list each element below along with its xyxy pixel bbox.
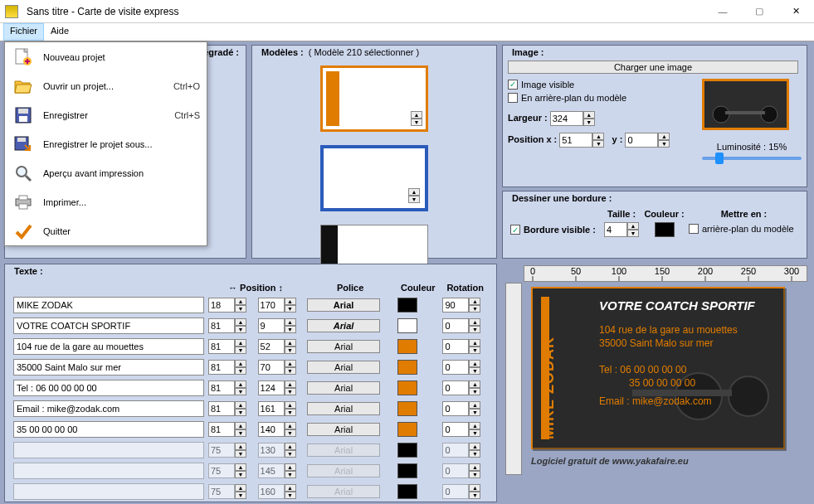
text-color-swatch[interactable] [397, 339, 417, 354]
text-color-swatch[interactable] [397, 463, 417, 478]
font-button[interactable]: Arial [307, 485, 380, 498]
text-line-input[interactable] [13, 380, 204, 396]
text-color-swatch[interactable] [397, 443, 417, 458]
window-title: Sans titre - Carte de visite express [23, 6, 704, 17]
text-y-spinner[interactable]: ▲▼ [258, 380, 296, 395]
menu-item-label: Enregistrer [43, 110, 174, 120]
template-stepper[interactable]: ▲▼ [411, 111, 422, 126]
svg-line-8 [26, 176, 31, 181]
text-line-input[interactable] [13, 317, 204, 334]
text-rotation-spinner[interactable]: ▲▼ [442, 422, 480, 437]
text-color-swatch[interactable] [397, 380, 417, 395]
text-line-input[interactable] [13, 442, 204, 458]
text-rotation-spinner[interactable]: ▲▼ [442, 484, 480, 499]
text-line-input[interactable] [13, 421, 204, 438]
text-color-swatch[interactable] [397, 298, 417, 313]
text-x-spinner[interactable]: ▲▼ [208, 339, 246, 354]
text-y-spinner[interactable]: ▲▼ [258, 484, 296, 499]
text-rotation-spinner[interactable]: ▲▼ [442, 318, 480, 333]
font-button[interactable]: Arial [307, 340, 380, 353]
image-width-spinner[interactable]: ▲▼ [550, 111, 595, 126]
image-background-checkbox[interactable]: En arrière-plan du modèle [508, 93, 626, 103]
text-rotation-spinner[interactable]: ▲▼ [442, 463, 480, 478]
text-y-spinner[interactable]: ▲▼ [258, 463, 296, 478]
templates-panel: Modèles : ( Modèle 210 sélectionner ) ▲▼… [251, 45, 497, 259]
svg-text:0: 0 [530, 266, 535, 276]
menu-file[interactable]: Fichier [3, 23, 44, 41]
text-y-spinner[interactable]: ▲▼ [258, 298, 296, 313]
template-thumbnail[interactable]: ▲▼ [320, 65, 428, 132]
text-color-swatch[interactable] [397, 318, 417, 333]
image-posy-spinner[interactable]: ▲▼ [625, 133, 670, 148]
load-image-button[interactable]: Charger une image [508, 61, 798, 74]
text-line-input[interactable] [13, 483, 204, 500]
text-line-input[interactable] [13, 400, 204, 417]
menu-item-label: Nouveau projet [43, 52, 200, 62]
new-project-icon [12, 46, 35, 68]
minimize-button[interactable]: — [704, 0, 741, 23]
luminosity-slider[interactable] [702, 157, 802, 160]
text-x-spinner[interactable]: ▲▼ [208, 484, 246, 499]
text-color-swatch[interactable] [397, 422, 417, 437]
font-button[interactable]: Arial [307, 464, 380, 477]
text-y-spinner[interactable]: ▲▼ [258, 443, 296, 458]
image-posx-spinner[interactable]: ▲▼ [559, 133, 604, 148]
font-button[interactable]: Arial [307, 443, 380, 457]
text-y-spinner[interactable]: ▲▼ [258, 318, 296, 333]
menu-save[interactable]: Enregistrer Ctrl+S [5, 100, 207, 129]
font-button[interactable]: Arial [307, 402, 380, 415]
menu-help[interactable]: Aide [44, 23, 76, 41]
image-visible-checkbox[interactable]: ✓Image visible [508, 80, 574, 90]
font-button[interactable]: Arial [307, 361, 380, 374]
svg-rect-4 [19, 116, 27, 122]
maximize-button[interactable]: ▢ [741, 0, 777, 23]
font-button[interactable]: Arial [307, 381, 380, 395]
template-stepper[interactable]: ▲▼ [408, 188, 420, 203]
text-color-swatch[interactable] [397, 484, 417, 499]
menu-save-as[interactable]: Enregistrer le projet sous... [5, 129, 207, 158]
font-button[interactable]: Arial [307, 423, 380, 436]
card-preview: MIKE ZODAK VOTRE COATCH SPORTIF 104 rue … [531, 287, 785, 449]
text-x-spinner[interactable]: ▲▼ [208, 463, 246, 478]
text-color-swatch[interactable] [397, 401, 417, 416]
menu-print[interactable]: Imprimer... [5, 187, 207, 216]
svg-rect-6 [17, 138, 26, 142]
border-visible-checkbox[interactable]: ✓Bordure visible : [510, 225, 596, 235]
checkmark-icon [12, 220, 35, 242]
text-x-spinner[interactable]: ▲▼ [208, 422, 246, 437]
font-button[interactable]: Arial [307, 319, 380, 332]
menu-open-project[interactable]: Ouvrir un projet... Ctrl+O [5, 71, 207, 100]
text-line-input[interactable] [13, 338, 204, 355]
preview-addr2: 35000 Saint Malo sur mer [599, 337, 775, 349]
text-rotation-spinner[interactable]: ▲▼ [442, 380, 480, 395]
font-button[interactable]: Arial [307, 298, 380, 312]
text-rotation-spinner[interactable]: ▲▼ [442, 360, 480, 375]
text-y-spinner[interactable]: ▲▼ [258, 422, 296, 437]
text-y-spinner[interactable]: ▲▼ [258, 339, 296, 354]
text-rotation-spinner[interactable]: ▲▼ [442, 339, 480, 354]
border-bg-checkbox[interactable]: arrière-plan du modèle [689, 224, 794, 234]
printer-icon [12, 191, 35, 213]
text-color-swatch[interactable] [397, 360, 417, 375]
menu-print-preview[interactable]: Aperçu avant impression [5, 158, 207, 187]
text-x-spinner[interactable]: ▲▼ [208, 401, 246, 416]
menu-quit[interactable]: Quitter [5, 216, 207, 245]
text-x-spinner[interactable]: ▲▼ [208, 380, 246, 395]
text-line-input[interactable] [13, 297, 204, 313]
text-rotation-spinner[interactable]: ▲▼ [442, 401, 480, 416]
border-color-swatch[interactable] [655, 222, 675, 237]
close-button[interactable]: ✕ [777, 0, 814, 23]
menu-new-project[interactable]: Nouveau projet [5, 42, 207, 71]
text-x-spinner[interactable]: ▲▼ [208, 318, 246, 333]
text-y-spinner[interactable]: ▲▼ [258, 360, 296, 375]
text-rotation-spinner[interactable]: ▲▼ [442, 443, 480, 458]
border-size-spinner[interactable]: ▲▼ [604, 222, 639, 237]
text-line-input[interactable] [13, 463, 204, 479]
template-thumbnail[interactable]: ▲▼ [320, 145, 428, 211]
text-line-input[interactable] [13, 359, 204, 376]
text-x-spinner[interactable]: ▲▼ [208, 298, 246, 313]
text-rotation-spinner[interactable]: ▲▼ [442, 298, 480, 313]
text-x-spinner[interactable]: ▲▼ [208, 443, 246, 458]
text-x-spinner[interactable]: ▲▼ [208, 360, 246, 375]
text-y-spinner[interactable]: ▲▼ [258, 401, 296, 416]
